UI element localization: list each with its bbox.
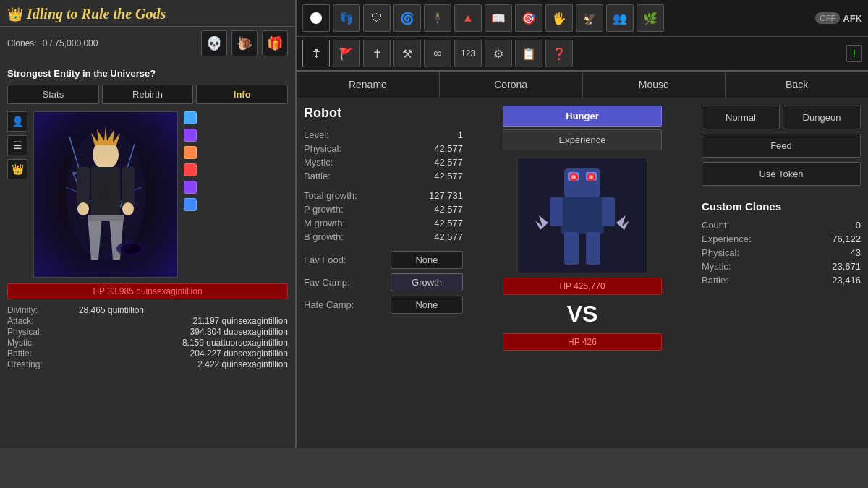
flag-icon: 🚩 xyxy=(339,47,354,61)
robot-total-growth-label: Total growth: xyxy=(304,190,357,201)
foot-icon: 👣 xyxy=(339,12,354,25)
char-portrait xyxy=(33,111,178,278)
nav-circle-btn[interactable] xyxy=(302,4,330,32)
gem-6 xyxy=(184,198,197,211)
toggle-off-label: OFF xyxy=(815,12,840,24)
exclaim-button[interactable]: ! xyxy=(846,45,862,62)
circle-icon xyxy=(310,12,322,24)
entity-battle-label: Battle: xyxy=(7,348,32,359)
book-icon: 📖 xyxy=(491,12,506,25)
infinity-icon: ∞ xyxy=(433,47,441,60)
fav-camp-button[interactable]: Growth xyxy=(391,273,463,291)
cc-physical-label: Physical: xyxy=(702,247,739,258)
svg-rect-16 xyxy=(564,232,579,265)
nav-pyramid-btn[interactable]: 🔺 xyxy=(454,4,482,32)
nav-target-btn[interactable]: 🎯 xyxy=(515,4,542,32)
hate-camp-button[interactable]: None xyxy=(391,296,463,314)
crown-side-icon-btn[interactable]: 👑 xyxy=(7,159,27,179)
entity-battle-value: 204.227 duosexagintillion xyxy=(190,348,288,359)
attack-value: 21.197 quinsexagintillion xyxy=(193,316,288,326)
snail-icon-btn[interactable]: 🐌 xyxy=(231,30,258,56)
user-icon-btn[interactable]: 👤 xyxy=(7,111,27,132)
nav-group-btn[interactable]: 👥 xyxy=(606,4,634,32)
gem-5 xyxy=(184,181,197,194)
divinity-value: 28.465 quintillion xyxy=(79,305,144,315)
cc-mystic-value: 23,671 xyxy=(832,261,861,272)
entity-mystic-value: 8.159 quattuorsexagintillion xyxy=(182,338,288,348)
tab-rebirth[interactable]: Rebirth xyxy=(102,85,194,104)
tab-info[interactable]: Info xyxy=(196,85,288,104)
cross-icon: ✝ xyxy=(373,47,382,61)
corona-button[interactable]: Corona xyxy=(440,72,583,98)
anvil-icon: ⚒ xyxy=(402,47,412,61)
feed-button[interactable]: Feed xyxy=(702,134,861,158)
gift-icon-btn[interactable]: 🎁 xyxy=(262,30,288,56)
nav-foot-btn[interactable]: 👣 xyxy=(333,4,360,32)
nav2-list-btn[interactable]: 📋 xyxy=(515,40,542,67)
cc-physical-value: 43 xyxy=(851,247,861,258)
entity-creating-label: Creating: xyxy=(7,359,43,369)
nav2-infinity-btn[interactable]: ∞ xyxy=(424,40,451,67)
robot-p-growth-value: 42,577 xyxy=(434,204,463,215)
svg-rect-17 xyxy=(586,232,600,265)
fav-food-label: Fav Food: xyxy=(304,254,346,265)
fav-camp-label: Fav Camp: xyxy=(304,277,350,288)
nav-book-btn[interactable]: 📖 xyxy=(485,4,512,32)
tab-stats[interactable]: Stats xyxy=(7,85,99,104)
hunger-button[interactable]: Hunger xyxy=(503,106,662,127)
nav-hand-btn[interactable]: 🖐 xyxy=(545,4,573,32)
mouse-button[interactable]: Mouse xyxy=(583,72,726,98)
entity-title: Strongest Entity in the Universe? xyxy=(7,68,288,79)
gift-icon: 🎁 xyxy=(267,35,283,51)
gem-2 xyxy=(184,129,197,142)
svg-point-21 xyxy=(589,175,593,179)
nav2-help-btn[interactable]: ❓ xyxy=(545,40,573,67)
vortex-icon: 🌀 xyxy=(400,12,414,25)
cc-battle-label: Battle: xyxy=(702,275,728,286)
entity-creating-value: 2.422 quinsexagintillion xyxy=(197,359,288,369)
svg-rect-13 xyxy=(561,197,604,234)
nav-plant-btn[interactable]: 🌿 xyxy=(637,4,664,32)
robot-mystic-label: Mystic: xyxy=(304,157,333,168)
shield-icon: 🛡 xyxy=(371,12,383,25)
nav2-flag-btn[interactable]: 🚩 xyxy=(333,40,360,67)
nav-vortex-btn[interactable]: 🌀 xyxy=(393,4,421,32)
user-icon: 👤 xyxy=(12,116,24,127)
skull-icon-btn[interactable]: 💀 xyxy=(201,30,227,56)
robot-physical-value: 42,577 xyxy=(434,143,463,154)
nav-figure-btn[interactable]: 🕴 xyxy=(424,4,451,32)
dungeon-mode-button[interactable]: Dungeon xyxy=(783,106,861,129)
rename-button[interactable]: Rename xyxy=(297,72,440,98)
crown-icon: 👑 xyxy=(7,7,23,22)
experience-button[interactable]: Experience xyxy=(503,129,662,150)
hate-camp-label: Hate Camp: xyxy=(304,299,354,310)
nav-shield-btn[interactable]: 🛡 xyxy=(363,4,391,32)
nav2-123-btn[interactable]: 123 xyxy=(454,40,482,67)
list-icon: 📋 xyxy=(522,47,536,61)
normal-mode-button[interactable]: Normal xyxy=(702,106,780,129)
attack-label: Attack: xyxy=(7,316,34,326)
back-button[interactable]: Back xyxy=(726,72,868,98)
nav2-cross-btn[interactable]: ✝ xyxy=(363,40,391,67)
nav-bird-btn[interactable]: 🦅 xyxy=(576,4,603,32)
nav2-sword-btn[interactable]: 🗡 xyxy=(302,40,330,67)
cc-mystic-label: Mystic: xyxy=(702,261,731,272)
robot-m-growth-label: M growth: xyxy=(304,218,345,228)
nav2-anvil-btn[interactable]: ⚒ xyxy=(393,40,421,67)
svg-rect-15 xyxy=(602,197,615,226)
robot-b-growth-value: 42,577 xyxy=(434,231,463,242)
robot-level-value: 1 xyxy=(458,129,463,140)
plant-icon: 🌿 xyxy=(643,12,658,25)
divinity-label: Divinity: xyxy=(7,305,38,315)
fav-food-button[interactable]: None xyxy=(391,251,463,269)
afk-label: AFK xyxy=(843,13,862,24)
help-icon: ❓ xyxy=(552,47,566,61)
hand-icon: 🖐 xyxy=(552,12,566,25)
cc-experience-value: 76,122 xyxy=(832,234,861,244)
menu-icon-btn[interactable]: ☰ xyxy=(7,135,27,155)
target-icon: 🎯 xyxy=(522,12,536,25)
use-token-button[interactable]: Use Token xyxy=(702,162,861,186)
robot-p-growth-label: P growth: xyxy=(304,204,344,215)
nav2-gear-btn[interactable]: ⚙ xyxy=(485,40,512,67)
svg-point-9 xyxy=(66,129,145,260)
